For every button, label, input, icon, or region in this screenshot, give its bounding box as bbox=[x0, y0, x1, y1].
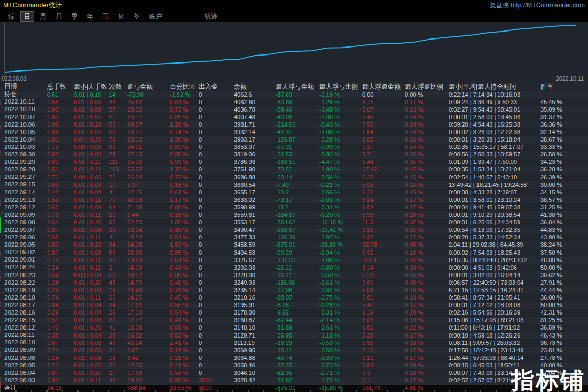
cell-cash: 0 bbox=[199, 272, 234, 278]
cell-lots: 0.38 bbox=[47, 333, 74, 339]
cell-date: 2022.08.12 bbox=[0, 325, 47, 331]
cell-winrate: 35.09 % bbox=[540, 107, 588, 113]
cell-winrate: 38.67 % bbox=[540, 137, 588, 143]
cell-maxdd_pct: -4.47 % bbox=[319, 159, 362, 165]
cell-maxdd: -8.96 bbox=[276, 302, 319, 308]
cell-pnl: 13.14 bbox=[127, 227, 170, 233]
table-row: 2022.08.041.070.01 | 0.202717.680.58 %03… bbox=[0, 369, 588, 377]
cell-count: 10 bbox=[109, 182, 127, 188]
menu-item-guiji[interactable]: 轨迹 bbox=[201, 12, 221, 21]
cell-cash: 0 bbox=[199, 129, 234, 135]
cell-maxfp_pct: 0.17 % bbox=[405, 99, 449, 105]
cell-maxdd_pct: -5.20 % bbox=[319, 212, 362, 218]
table-row: 2022.08.230.690.03 | 0.045328.070.86 %03… bbox=[0, 271, 588, 279]
cell-winrate: 36.00 % bbox=[540, 295, 588, 301]
cell-pct: 0.43 % bbox=[170, 265, 199, 271]
cell-date: 2022.08.18 bbox=[0, 295, 47, 301]
col-header-label: 胜率 bbox=[540, 83, 553, 90]
cell-maxdd: -214.65 bbox=[276, 122, 319, 128]
cell-maxfp: 9.69 bbox=[362, 280, 405, 286]
cell-balance: 4062.6 bbox=[234, 92, 276, 98]
cell-cash: 0 bbox=[199, 302, 234, 308]
col-header-maxfp: 最大浮盈金额 bbox=[362, 83, 405, 90]
cell-count: 28 bbox=[109, 333, 127, 339]
cell-maxfp: 5.64 bbox=[362, 129, 405, 135]
cell-lots: 0.61 bbox=[47, 92, 74, 98]
table-row: 2022.09.083.640.01 | 0.409562.701.80 %03… bbox=[0, 219, 588, 226]
cell-maxdd_pct: -2.03 % bbox=[319, 197, 362, 203]
cell-winrate: 36.59 % bbox=[540, 325, 588, 331]
cell-maxfp_pct: 0.16 % bbox=[405, 287, 449, 293]
cell-pnl: 34.01 bbox=[127, 144, 170, 150]
menu-item-bei[interactable]: 备 bbox=[130, 12, 143, 21]
cell-pnl: 12.77 bbox=[127, 317, 170, 323]
cell-maxfp: 6.85 bbox=[362, 325, 405, 331]
cell-date: 2022.08.15 bbox=[0, 317, 47, 324]
cell-lots: 0.73 bbox=[47, 175, 74, 181]
cell-maxdd: -88.07 bbox=[276, 295, 319, 301]
cell-count: 72 bbox=[109, 175, 127, 181]
menu-item-m[interactable]: M bbox=[115, 12, 127, 21]
cell-maxdd_pct: -3.07 % bbox=[319, 234, 362, 240]
cell-maxdd: -36.95 bbox=[276, 333, 319, 339]
cell-minmax: 0.01 | 0.04 bbox=[74, 310, 109, 316]
cell-pnl: 28.86 bbox=[127, 250, 170, 256]
edge-tick bbox=[0, 301, 1, 307]
cell-lots: 0.68 bbox=[47, 129, 74, 135]
menu-item-zhou[interactable]: 周 bbox=[36, 12, 50, 21]
table-row: 2022.09.140.470.01 | 0.044122.150.61 %03… bbox=[0, 189, 588, 196]
edge-tick bbox=[0, 251, 1, 256]
cell-maxfp: 6.08 bbox=[362, 137, 405, 143]
cell-maxdd: -31.53 bbox=[276, 152, 319, 158]
menu-item-bi[interactable]: 币 bbox=[99, 12, 113, 21]
cell-count: 34 bbox=[109, 302, 127, 308]
cell-pnl: 14.79 bbox=[127, 280, 170, 286]
menu-item-zhanghu[interactable]: 账户 bbox=[145, 12, 165, 21]
cell-date: 2022.10.05 bbox=[0, 129, 47, 136]
cell-minmax: 0.01 | 0.11 bbox=[74, 234, 109, 240]
cell-maxdd: -11.2 bbox=[276, 205, 319, 210]
cell-maxfp: 17.42 bbox=[362, 167, 405, 173]
cell-maxdd_pct: -5.43 % bbox=[319, 122, 362, 128]
cell-maxdd: -564.62 bbox=[276, 219, 319, 225]
cell-date: 2022.09.27 bbox=[0, 174, 47, 181]
cell-maxdd: -27.08 bbox=[276, 287, 319, 293]
cell-lots: 1.99 bbox=[47, 122, 74, 128]
cell-pct: 0.41 % bbox=[170, 317, 199, 323]
cell-maxdd: -37.91 bbox=[276, 144, 319, 150]
cell-date: 2022.09.14 bbox=[0, 190, 47, 196]
cell-count: 43 bbox=[109, 280, 127, 286]
cell-maxfp: 5.21 bbox=[362, 355, 405, 361]
menu-item-nian[interactable]: 年 bbox=[84, 12, 97, 21]
cell-cash: 0 bbox=[199, 257, 234, 263]
menu-item-ji[interactable]: 季 bbox=[68, 12, 81, 21]
menu-item-zong[interactable]: 综 bbox=[5, 12, 18, 21]
edge-tick bbox=[0, 351, 1, 357]
cell-maxdd_pct: -10.42 % bbox=[319, 227, 362, 233]
cell-date: 2022.09.13 bbox=[0, 197, 47, 203]
cell-date: 2022.09.06 bbox=[0, 234, 47, 241]
cell-maxdd: -16.29 bbox=[276, 340, 319, 346]
cell-cash: 0 bbox=[199, 92, 234, 98]
table-row: 2022.08.121.400.01 | 0.204118.390.59 %03… bbox=[0, 324, 588, 332]
menu-item-yue[interactable]: 月 bbox=[52, 12, 66, 21]
cell-minmax: 0.01 | 0.04 bbox=[74, 302, 109, 308]
cell-lots: 1.80 bbox=[47, 242, 74, 248]
cell-maxdd: -67.44 bbox=[276, 317, 319, 323]
cell-cash: 0 bbox=[199, 317, 234, 323]
cell-minmax: 0.01 | 0.11 bbox=[74, 378, 109, 383]
cell-maxfp_pct: 3.41 % bbox=[405, 257, 449, 263]
cell-cash: 0 bbox=[199, 175, 234, 181]
cell-maxfp: 5.47 bbox=[362, 302, 405, 308]
cell-winrate: 46.88 % bbox=[540, 257, 588, 263]
cell-count: 26 bbox=[109, 310, 127, 316]
cell-cash: 0 bbox=[199, 144, 234, 150]
menu-item-ri[interactable]: 日 bbox=[21, 12, 34, 21]
cell-lots: 1.81 bbox=[47, 137, 74, 143]
brand-link[interactable]: 复盘侠 http://MTCommander.com bbox=[490, 1, 585, 10]
cell-maxfp_pct: 0.17 % bbox=[405, 355, 449, 361]
cell-maxfp_pct: 0.17 % bbox=[405, 205, 449, 210]
cell-pct: 1.26 % bbox=[170, 122, 199, 128]
cell-count: 79 bbox=[109, 152, 127, 158]
cell-maxfp_pct: 0.14 % bbox=[405, 114, 449, 120]
